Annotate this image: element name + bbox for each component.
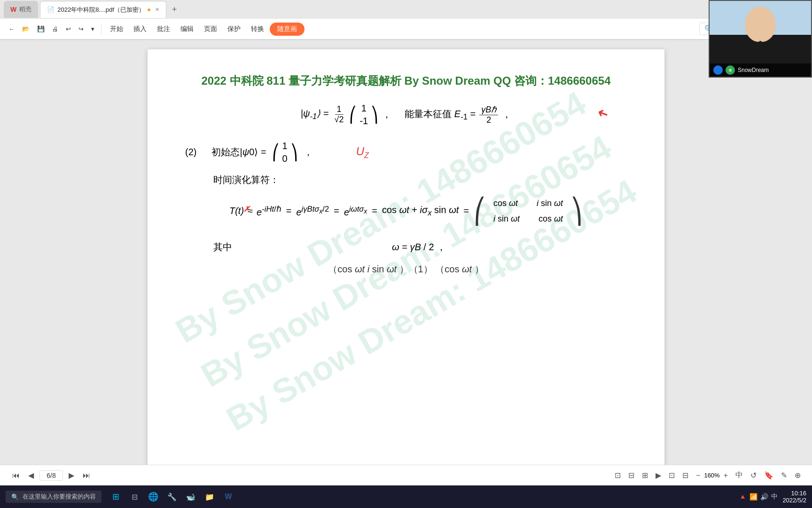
taskbar-folder-btn[interactable]: 📁 <box>201 488 218 505</box>
pdf-viewer[interactable]: 👤 ❄ SnowDream By Snow Dream: 1486660654 … <box>0 40 812 467</box>
undo-btn[interactable]: ↩ <box>63 24 74 34</box>
taskbar-search[interactable]: 🔍 在这里输入你要搜索的内容 <box>6 491 102 503</box>
dev-icon: 🔧 <box>167 492 177 501</box>
energy-frac: γBℏ 2 <box>479 104 498 125</box>
rotate-btn[interactable]: ↺ <box>749 469 758 482</box>
omega-formula: ω = γB / 2 ， <box>392 241 446 254</box>
energy-label: 能量本征值 E-1 = <box>405 108 476 122</box>
wps-icon: W <box>10 6 16 13</box>
math-content: 2022 中科院 811 量子力学考研真题解析 By Snow Dream QQ… <box>185 73 627 276</box>
video-user-icon: 👤 <box>713 65 723 75</box>
menu-protect[interactable]: 保护 <box>223 23 245 36</box>
psi-ket-minus1: |ψ-1⟩ = <box>301 108 329 121</box>
sys-icons: 🔺 📶 🔊 中 <box>739 492 778 501</box>
dropdown-btn[interactable]: ▾ <box>88 24 97 34</box>
bottom-formula-text: （cos ωt i sin ωt ）（1） （cos ωt ） <box>328 264 484 274</box>
taskbar-edge-btn[interactable]: 🌐 <box>145 488 162 505</box>
bottom-nav-bar: ⏮ ◀ 6/8 ▶ ⏭ ⊡ ⊟ ⊞ ▶ ⊡ ⊟ − 160% + 中 ↺ 🔖 ✎… <box>0 465 812 485</box>
menu-comment[interactable]: 批注 <box>152 23 175 36</box>
bottom-partial-formula: （cos ωt i sin ωt ）（1） （cos ωt ） <box>185 263 627 276</box>
vector-1-minus1: ⎛ 1 -1 ⎞ <box>349 103 378 127</box>
comma-2: ， <box>304 146 313 159</box>
section-2-label: (2) <box>185 147 196 158</box>
tab-wps[interactable]: W 稻壳 <box>4 1 38 18</box>
frac-1-sqrt2: 1 √2 <box>333 104 346 125</box>
zoom-control: − 160% + <box>694 469 730 482</box>
energy-end: ， <box>502 108 511 121</box>
toolbar: ← 📂 💾 🖨 ↩ ↪ ▾ 开始 插入 批注 编辑 页面 保护 转换 随意画 🔍 <box>0 19 812 40</box>
add-btn[interactable]: ⊕ <box>793 469 803 482</box>
tab-close-btn[interactable]: ✕ <box>155 7 159 13</box>
network-icon[interactable]: 🔺 <box>739 493 747 500</box>
tab-bar: W 稻壳 📄 2022年中科院8....pdf（已加密） ✕ + <box>0 0 812 19</box>
exp1: e-iHt/ℏ <box>257 205 281 218</box>
word-icon: W <box>225 492 232 501</box>
fit-page-btn[interactable]: ⊡ <box>613 469 623 482</box>
qizhong-section: 其中 ω = γB / 2 ， <box>213 241 627 254</box>
taskbar-whale-btn[interactable]: 🐋 <box>182 488 199 505</box>
taskbar-windows-btn[interactable]: ⊞ <box>107 488 124 505</box>
tab-pdf[interactable]: 📄 2022年中科院8....pdf（已加密） ✕ <box>40 1 166 18</box>
time-evo-formula: T(t) ✗ ≈ e-iHt/ℏ = eiγBtσx/2 = eiωtσx = … <box>185 196 627 227</box>
date-display: 2022/5/2 <box>782 497 806 504</box>
page-indicator[interactable]: 6/8 <box>39 470 63 481</box>
play-btn[interactable]: ▶ <box>654 469 663 482</box>
nav-back-btn[interactable]: ← <box>6 24 17 34</box>
zoom-in-btn[interactable]: + <box>722 469 730 482</box>
menu-insert[interactable]: 插入 <box>129 23 151 36</box>
T-t: T(t) ✗ <box>229 206 244 216</box>
main-area: 👤 ❄ SnowDream By Snow Dream: 1486660654 … <box>0 40 812 467</box>
initial-vector: ⎛ 1 0 ⎞ <box>272 141 298 164</box>
taskbar-task-view-btn[interactable]: ⊟ <box>126 488 143 505</box>
taskbar-word-btn[interactable]: W <box>220 488 237 505</box>
next-page-btn[interactable]: ▶ <box>66 470 77 481</box>
windows-icon: ⊞ <box>112 492 119 502</box>
fit-width-btn[interactable]: ⊟ <box>626 469 636 482</box>
zoom-level: 160% <box>704 472 719 479</box>
pdf-title: 2022 中科院 811 量子力学考研真题解析 By Snow Dream QQ… <box>185 73 627 89</box>
qizhong-label: 其中 <box>213 241 232 254</box>
prev-page-btn[interactable]: ◀ <box>25 470 37 481</box>
pdf-icon: 📄 <box>47 6 55 13</box>
volume-icon[interactable]: 🔊 <box>760 493 768 500</box>
section-2-block: (2) 初始态|ψ0⟩ = ⎛ 1 0 ⎞ ， UZ <box>185 141 627 164</box>
input-method-icon[interactable]: 中 <box>771 492 778 501</box>
menu-edit[interactable]: 编辑 <box>176 23 198 36</box>
T-matrix: ⎛ cos ωt i sin ωt i sin ωt cos ωt ⎞ <box>474 196 583 227</box>
snow-icon: ❄ <box>728 68 732 73</box>
menu-page[interactable]: 页面 <box>199 23 222 36</box>
video-snow-icon: ❄ <box>726 65 735 75</box>
first-page-btn[interactable]: ⏮ <box>9 470 23 481</box>
bookmark-btn[interactable]: 🔖 <box>762 469 775 482</box>
search-icon-taskbar: 🔍 <box>11 493 19 500</box>
wifi-icon[interactable]: 📶 <box>750 493 757 500</box>
file-open-btn[interactable]: 📂 <box>19 24 32 34</box>
new-tab-button[interactable]: + <box>168 5 181 15</box>
taskbar-dev-btn[interactable]: 🔧 <box>164 488 180 505</box>
pdf-page: By Snow Dream: 1486660654 By Snow Dream:… <box>148 49 664 467</box>
edit-btn[interactable]: ✎ <box>779 469 789 482</box>
menu-start[interactable]: 开始 <box>105 23 128 36</box>
time-evo-label: 时间演化算符： <box>213 174 627 186</box>
menu-bar: 开始 插入 批注 编辑 页面 保护 转换 随意画 <box>105 23 304 36</box>
tab-unsaved-dot <box>148 8 150 11</box>
eq4: = <box>463 206 469 216</box>
initial-state-label: 初始态|ψ0⟩ = <box>211 146 266 159</box>
menu-freehand[interactable]: 随意画 <box>270 23 304 36</box>
clock: 10:16 2022/5/2 <box>782 490 806 504</box>
taskbar-right: 🔺 📶 🔊 中 10:16 2022/5/2 <box>739 490 806 504</box>
eq2: = <box>334 206 339 216</box>
menu-convert[interactable]: 转换 <box>246 23 269 36</box>
zh-btn[interactable]: 中 <box>734 468 745 482</box>
tab-wps-label: 稻壳 <box>19 5 31 14</box>
zoom-out-btn[interactable]: − <box>694 469 702 482</box>
taskbar-search-text: 在这里输入你要搜索的内容 <box>23 492 96 501</box>
last-page-btn[interactable]: ⏭ <box>80 470 93 481</box>
fullscreen-btn[interactable]: ⊡ <box>667 469 677 482</box>
print-btn[interactable]: 🖨 <box>49 24 61 34</box>
split-view-btn[interactable]: ⊟ <box>680 469 690 482</box>
comma-1: ， <box>382 108 391 121</box>
view-pages-btn[interactable]: ⊞ <box>640 469 650 482</box>
redo-btn[interactable]: ↪ <box>76 24 86 34</box>
save-btn[interactable]: 💾 <box>34 24 47 34</box>
